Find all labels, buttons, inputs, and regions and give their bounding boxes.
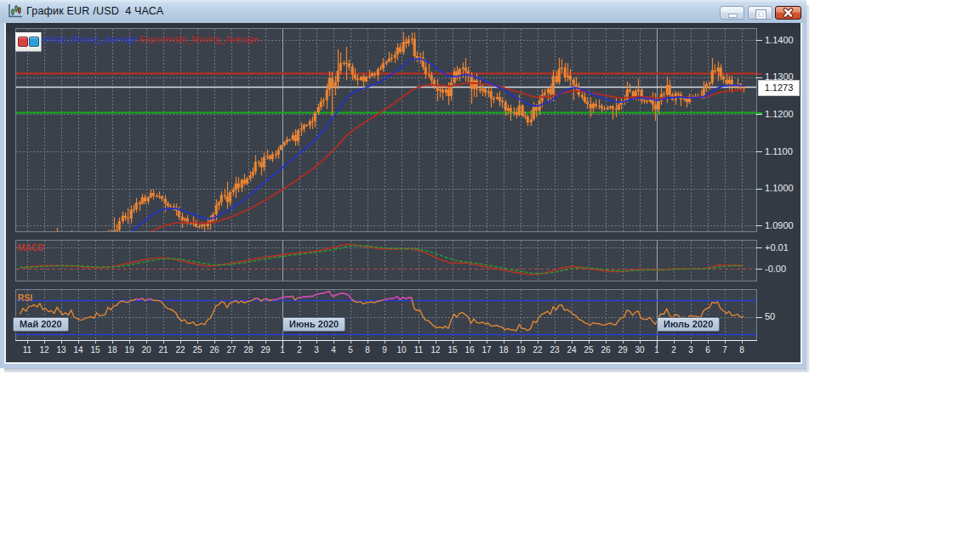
time-axis-day-label: 11 — [23, 345, 31, 355]
chart-area: Exponential_Moving_Average-Exponential_M… — [4, 23, 802, 364]
time-axis-day-label: 28 — [243, 345, 253, 355]
day-tick — [299, 341, 300, 344]
legend-marker-box[interactable] — [15, 32, 42, 52]
day-tick — [44, 341, 45, 344]
day-tick — [419, 341, 419, 344]
day-tick — [27, 341, 28, 344]
chart-window: График EUR /USD 4 ЧАСА — [0, 0, 806, 368]
axis-tick — [756, 40, 762, 41]
window-titlebar[interactable]: График EUR /USD 4 ЧАСА — [0, 0, 806, 23]
time-axis-day-label: 8 — [739, 345, 744, 355]
legend-blue-square-icon[interactable] — [29, 37, 39, 47]
time-axis-day-label: 24 — [567, 345, 576, 355]
day-tick — [572, 341, 573, 344]
time-axis-day-label: 22 — [533, 345, 542, 355]
time-axis-day-label: 19 — [124, 345, 134, 355]
time-axis-day-label: 29 — [618, 345, 627, 355]
macd-panel[interactable] — [15, 240, 757, 281]
axis-tick — [756, 269, 762, 270]
price-chart-canvas[interactable] — [16, 29, 756, 231]
screen: График EUR /USD 4 ЧАСА — [0, 0, 980, 551]
day-tick — [555, 341, 556, 344]
time-axis-day-label: 21 — [158, 345, 168, 355]
day-tick — [129, 341, 130, 344]
time-axis-day-label: 20 — [141, 345, 151, 355]
price-axis-label: 1.1200 — [765, 109, 794, 119]
day-tick — [95, 341, 96, 344]
day-tick — [163, 341, 164, 344]
time-axis-day-label: 17 — [481, 345, 491, 355]
price-axis-label: 1.0900 — [765, 220, 794, 230]
day-tick — [538, 341, 538, 344]
axis-tick — [756, 247, 762, 248]
time-axis-day-label: 27 — [226, 345, 236, 355]
day-tick — [504, 341, 504, 344]
time-axis-day-label: 25 — [192, 345, 202, 355]
day-tick — [674, 341, 675, 344]
day-tick — [180, 341, 181, 344]
day-tick — [402, 341, 402, 344]
level-axis-tick — [757, 112, 762, 114]
indicator-legend: Exponential_Moving_Average-Exponential_M… — [19, 34, 262, 45]
day-tick — [214, 341, 215, 344]
time-axis-day-label: 8 — [365, 345, 370, 355]
day-tick — [470, 341, 470, 344]
day-tick — [197, 341, 198, 344]
time-axis-day-label: 29 — [260, 345, 270, 355]
minimize-icon — [728, 14, 738, 18]
time-axis-day-label: 1 — [280, 345, 285, 355]
day-tick — [316, 341, 317, 344]
rsi-panel-label: RSI — [18, 293, 33, 303]
candlestick-chart-icon — [8, 3, 23, 19]
time-axis: 1112131415181920212225262728291234589101… — [15, 340, 757, 361]
time-axis-day-label: 3 — [688, 345, 693, 355]
price-panel[interactable] — [15, 28, 757, 232]
time-axis-day-label: 26 — [209, 345, 219, 355]
time-axis-day-label: 1 — [654, 345, 659, 355]
time-axis-day-label: 30 — [635, 345, 644, 355]
axis-tick — [756, 189, 762, 190]
time-axis-line — [15, 340, 757, 341]
day-tick — [640, 341, 641, 344]
macd-axis-label: -0.00 — [765, 264, 786, 274]
month-marker-box: Май 2020 — [13, 317, 69, 332]
legend-red-square-icon[interactable] — [18, 37, 28, 47]
restore-button[interactable] — [748, 6, 772, 20]
time-axis-day-label: 9 — [382, 345, 387, 355]
time-axis-day-label: 22 — [175, 345, 185, 355]
window-shadow-right — [806, 5, 810, 371]
time-axis-day-label: 10 — [396, 345, 406, 355]
day-tick — [231, 341, 232, 344]
day-tick — [606, 341, 607, 344]
window-shadow-bottom — [4, 368, 809, 372]
time-axis-day-label: 12 — [430, 345, 440, 355]
time-axis-day-label: 4 — [331, 345, 336, 355]
day-tick — [78, 341, 79, 344]
close-button[interactable] — [775, 6, 801, 20]
rsi-panel[interactable] — [15, 289, 757, 341]
time-axis-day-label: 11 — [414, 345, 423, 355]
day-tick — [248, 341, 249, 344]
day-tick — [350, 341, 351, 344]
minimize-button[interactable] — [720, 6, 744, 20]
time-axis-day-label: 25 — [584, 345, 593, 355]
time-axis-day-label: 13 — [56, 345, 66, 355]
time-axis-day-label: 2 — [671, 345, 676, 355]
time-axis-day-label: 23 — [550, 345, 559, 355]
axis-tick — [756, 151, 762, 152]
price-axis-label: 1.1400 — [765, 35, 794, 45]
time-axis-day-label: 7 — [722, 345, 727, 355]
macd-chart-canvas[interactable] — [16, 241, 756, 281]
legend-ema-slow-label: Exponential_Moving_Average — [140, 34, 259, 44]
close-icon — [776, 7, 801, 19]
time-axis-day-label: 2 — [297, 345, 302, 355]
day-tick — [453, 341, 453, 344]
macd-panel-label: MACD — [18, 242, 45, 253]
day-tick — [146, 341, 147, 344]
rsi-chart-canvas[interactable] — [16, 290, 756, 340]
time-axis-day-label: 16 — [464, 345, 474, 355]
time-axis-day-label: 6 — [705, 345, 710, 355]
axis-tick — [756, 114, 762, 115]
day-tick — [742, 341, 743, 344]
time-axis-day-label: 26 — [601, 345, 610, 355]
